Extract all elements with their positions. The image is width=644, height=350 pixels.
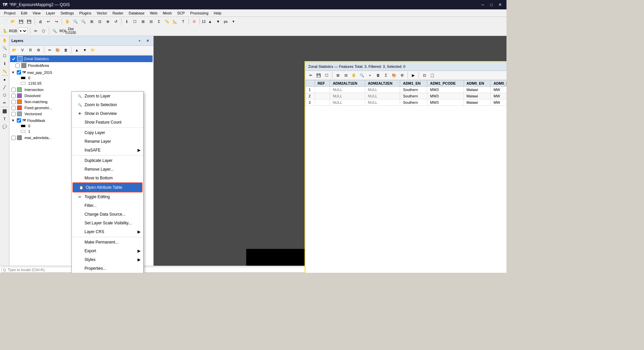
layer-item-mwi-ppp[interactable]: ▼ 🗺 mwi_ppp_2015 [10,70,153,75]
identify-tool[interactable]: ℹ [1,60,8,67]
menu-view[interactable]: View [30,10,43,16]
ctx-open-attribute-table[interactable]: 📋 Open Attribute Table [72,182,143,192]
layer-item-zonal-statistics[interactable]: Zonal Statistics [10,55,153,62]
attr-form-btn[interactable]: 📋 [429,72,436,79]
layer-edit-btn[interactable]: ✏ [46,46,53,54]
open-project-btn[interactable]: 📂 [9,18,17,25]
deselect-btn[interactable]: ⊟ [147,18,155,25]
layer-up-btn[interactable]: ▲ [73,46,80,54]
ctx-rename-layer[interactable]: Rename Layer [72,137,143,146]
layer-checkbox-vectorized[interactable] [11,112,16,116]
font-down-btn[interactable]: ▼ [214,18,222,25]
attr-invert-sel[interactable]: ⊟ [342,72,350,79]
layer-delete-btn[interactable]: 🗑 [62,46,69,54]
layer-style-btn[interactable]: 🎨 [54,46,61,54]
layer-checkbox-mwi-admnbda[interactable] [11,136,16,140]
maximize-button[interactable]: □ [488,2,495,8]
layer-add-raster[interactable]: R [27,46,34,54]
col-header-adm2alt2en[interactable]: ADM2ALT2EN [365,80,400,87]
ctx-export[interactable]: Export ▶ [72,247,143,255]
font-unit-down[interactable]: ▼ [230,18,237,25]
annotation-tool[interactable]: 💬 [1,123,8,130]
measure-btn[interactable]: 📏 [163,18,171,25]
save-project-btn[interactable]: 💾 [17,18,25,25]
ctx-duplicate-layer[interactable]: Duplicate Layer [72,156,143,165]
layer-checkbox-non-matching[interactable] [11,100,16,104]
layer-checkbox-flooded[interactable] [15,63,20,68]
attr-filter-btn[interactable]: ⚙ [398,72,406,79]
col-header-adm0en[interactable]: ADM0_EN [464,80,491,87]
col-header-adm0pcode[interactable]: ADM0_PCODE [491,80,506,87]
label-tool[interactable]: T [1,115,8,123]
identify-btn[interactable]: ℹ [123,18,130,25]
node-btn[interactable]: ⬡ [40,27,47,35]
map-area[interactable]: Zonal Statistics — Features Total: 3, Fi… [154,36,506,266]
menu-settings[interactable]: Settings [58,10,76,16]
print-btn[interactable]: 🖨 [37,18,44,25]
ctx-change-data-source[interactable]: Change Data Source... [72,210,143,219]
attr-open-calc[interactable]: Σ [382,72,390,79]
pan-btn[interactable]: ✋ [64,18,71,25]
menu-database[interactable]: Database [126,10,147,16]
ctx-remove-layer[interactable]: Remove Layer... [72,165,143,174]
layer-open-btn[interactable]: 📂 [11,46,18,54]
rgb-select[interactable]: ▾ [18,28,28,34]
select-tool[interactable]: ☐ [1,52,8,59]
zoom-selection-btn[interactable]: ⊕ [104,18,111,25]
col-header-adm2alt1en[interactable]: ADM2ALT1EN [330,80,365,87]
menu-vector[interactable]: Vector [94,10,110,16]
minimize-button[interactable]: ─ [479,2,486,8]
new-project-btn[interactable]: 📄 [1,18,9,25]
layer-checkbox-dissolved[interactable] [11,94,16,98]
layer-item-flooded-area[interactable]: FloodedArea [10,62,153,69]
menu-processing[interactable]: Processing [187,10,211,16]
col-header-ref[interactable]: REF [315,80,330,87]
attr-toggle-edit[interactable]: ✏ [307,72,314,79]
layer-expand-mwi[interactable]: ▼ [11,71,15,74]
zoom-layer-btn[interactable]: ⊡ [96,18,103,25]
layer-expand-floodmask[interactable]: ▼ [11,119,15,122]
zoom-in-btn[interactable]: 🔍 [72,18,79,25]
undo-btn[interactable]: ↩ [45,18,52,25]
select-all-btn[interactable]: ⊞ [139,18,147,25]
raster-tool[interactable]: ⬛ [1,107,8,115]
attr-actions-btn[interactable]: ▶ [410,72,417,79]
ctx-styles[interactable]: Styles ▶ [72,255,143,264]
layer-add-vector[interactable]: V [19,46,26,54]
layer-filter-btn[interactable]: ⚙ [35,46,42,54]
layer-checkbox-fixed-geom[interactable] [11,106,16,110]
ctx-show-overview[interactable]: 👁 Show in Overview [72,109,143,118]
zoom-extent-btn[interactable]: ⊞ [88,18,95,25]
attr-zoom-to-sel[interactable]: 🔍 [358,72,366,79]
ctx-zoom-to-selection[interactable]: 🔍 Zoom to Selection [72,100,143,109]
ctx-copy-layer[interactable]: Copy Layer [72,128,143,137]
attr-select-all[interactable]: ⊞ [334,72,341,79]
python-btn[interactable]: 🐍 [1,27,9,35]
layer-checkbox-floodmask[interactable] [17,118,21,123]
menu-project[interactable]: Project [1,10,18,16]
menu-raster[interactable]: Raster [110,10,126,16]
layers-close-btn[interactable]: ✕ [144,37,151,44]
save-as-btn[interactable]: 💾 [25,18,33,25]
line-tool[interactable]: ╱ [1,84,8,91]
layer-checkbox-mwi[interactable] [17,70,21,75]
select-btn[interactable]: ☐ [131,18,139,25]
menu-layer[interactable]: Layer [43,10,58,16]
point-tool[interactable]: ● [1,76,8,83]
layer-checkbox-intersection[interactable] [11,88,16,92]
menu-scp[interactable]: SCP [174,10,187,16]
attr-delete-column[interactable]: 🗑 [374,72,382,79]
layer-down-btn[interactable]: ▼ [81,46,89,54]
pan-tool[interactable]: ✋ [1,37,8,44]
ctx-make-permanent[interactable]: Make Permanent... [72,238,143,247]
menu-edit[interactable]: Edit [18,10,30,16]
ctx-properties[interactable]: Properties... [72,264,143,273]
attr-save[interactable]: 💾 [315,72,322,79]
col-header-adm1en[interactable]: ADM1_EN [400,80,427,87]
ctx-move-to-bottom[interactable]: Move to Bottom [72,174,143,182]
font-up-btn[interactable]: ▲ [206,18,214,25]
ctx-toggle-editing[interactable]: ✏ Toggle Editing [72,192,143,201]
layers-add-btn[interactable]: + [136,37,143,44]
close-button[interactable]: ✕ [496,2,504,8]
zoom-tool[interactable]: 🔍 [1,44,8,52]
